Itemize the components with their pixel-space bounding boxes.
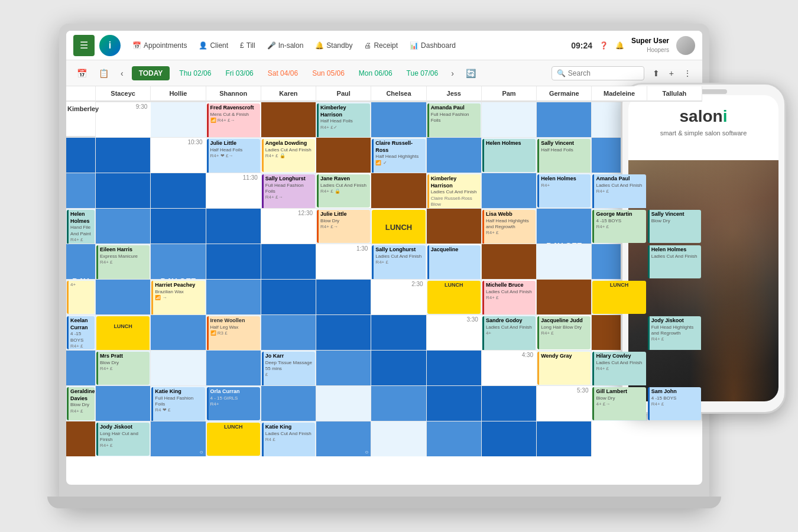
cell-hollie-930[interactable]: Fred Ravenscroft Mens Cut & Finish 📶 R4+… [206,102,261,137]
cell-paul-530[interactable]: ○ [151,421,206,456]
cell-hollie-1130[interactable]: Jane Raven Ladies Cut And Finish R4+ £ 🔒 [316,173,371,208]
cell-karen-130[interactable] [537,244,592,279]
cell-hollie-1230[interactable]: LUNCH [371,208,426,244]
cell-madeleine-530[interactable] [427,421,482,456]
appt-irene-woollen[interactable]: Irene Woollen Half Leg Wax 📶 R3 £ [207,316,260,350]
nav-till[interactable]: £ Till [240,41,255,50]
appt-julie-little[interactable]: Julie Little Half Head Foils R4+ ❤ £→ [207,139,260,173]
cell-pam-530[interactable]: ○ [316,421,371,456]
appt-sally-vincent-halfhead[interactable]: Sally Vincent Half Head Foils [537,139,591,173]
cell-shannon-930[interactable] [261,102,316,137]
cell-kimberley-430[interactable] [482,385,537,421]
cell-chelsea-430[interactable]: Katie King Full Head Fashion Foils R4 ❤ … [151,385,206,421]
cell-jess-530[interactable]: Katie King Ladies Cut And Finish R4 £ [261,421,316,456]
appt-amanda-paul-ladies[interactable]: Amanda Paul Ladies Cut And Finish R4+ £ [592,174,645,208]
appt-claire-russell-ross[interactable]: Claire Russell-Ross Half Head Highlights… [372,139,425,173]
appt-eileen-harris[interactable]: Eileen Harris Express Manicure R4+ £ [96,245,150,279]
date-sat[interactable]: Sat 04/06 [263,67,303,80]
appt-amanda-paul-fullhead[interactable]: Amanda Paul Full Head Fashion Foils [427,103,481,137]
appt-helen-holmes-1[interactable]: Helen Holmes [482,139,536,172]
cell-karen-330[interactable]: Jody Jiskoot Full Head Highlights and Re… [647,314,702,350]
cell-karen-1130[interactable]: Kimberley Harrison Ladies Cut And Finish… [427,173,482,208]
cell-jess-130[interactable]: 4+ [66,279,96,314]
today-button[interactable]: TODAY [132,66,170,80]
cell-staceyc-330[interactable]: Sandre Godoy Ladies Cut And Finish 4+ [482,314,537,350]
appt-mrs-pratt[interactable]: Mrs Pratt Blow Dry R4+ £ [96,352,150,385]
cell-kimberley-1130[interactable] [206,208,261,244]
cell-staceyc-1230[interactable]: Julie Little Blow Dry R4+ £→ [316,208,371,244]
cell-jess-430[interactable]: Orla Curran 4 - 15 GIRLS R4+ [206,385,261,421]
cell-pam-130[interactable] [96,279,151,314]
cell-hollie-430[interactable]: Hilary Cowley Ladies Cut And Finish R4+ … [592,350,647,385]
appt-jo-karr-massage[interactable]: Jo Karr Deep Tissue Massage 55 mins £ [262,352,315,385]
search-input[interactable] [568,69,639,77]
cell-chelsea-530[interactable]: LUNCH [206,421,261,456]
cell-madeleine-330[interactable] [316,350,371,385]
nav-standby[interactable]: 🔔 Standby [315,41,352,50]
cell-madeleine-430[interactable] [371,385,426,421]
appt-geraldine-davies[interactable]: Geraldine Davies Blow Dry R4+ £ [67,387,95,420]
cell-madeleine-130[interactable] [206,279,261,314]
cell-tallulah-330[interactable] [371,350,426,385]
cell-shannon-1130[interactable] [371,173,426,208]
cell-paul-930[interactable] [371,102,426,137]
appt-sally-longhurst-ladies[interactable]: Sally Longhurst Ladies Cut And Finish R4… [372,245,425,279]
today-circle-button[interactable]: 🔄 [462,66,479,80]
cell-karen-430[interactable]: Geraldine Davies Blow Dry R4+ £ [66,385,96,421]
cell-madeleine-1130[interactable] [96,208,151,244]
cell-hollie-330[interactable]: Jacqueline Judd Long Hair Blow Dry R4+ £ [537,314,592,350]
appt-julie-little-blowdry[interactable]: Julie Little Blow Dry R4+ £→ [317,210,370,243]
cell-chelsea-1230[interactable]: George Martin 4 -15 BOYS R4+ £ [592,208,647,244]
cell-tallulah-930[interactable] [66,137,96,173]
appt-sandre-godoy[interactable]: Sandre Godoy Ladies Cut And Finish 4+ [482,316,536,350]
cell-madeleine-1230[interactable]: DAY OFF [151,244,206,279]
cell-kimberley-530[interactable] [537,421,592,456]
cell-shannon-1230[interactable] [427,208,482,244]
cell-paul-1030[interactable] [427,137,482,173]
appt-sally-longhurst-fullhead[interactable]: Sally Longhurst Full Head Fashion Foils … [262,174,315,208]
cell-germaine-530[interactable] [371,421,426,456]
help-icon[interactable]: ❓ [599,41,608,50]
cell-kimberley-130[interactable] [316,279,371,314]
cell-karen-1230[interactable]: Lisa Webb Half Head Highlights and Regro… [482,208,537,244]
nav-dashboard[interactable]: 📊 Dashboard [410,41,456,50]
cell-pam-230[interactable] [151,314,206,350]
appt-hilary-cowley[interactable]: Hilary Cowley Ladies Cut And Finish R4+ … [592,352,645,385]
cell-germaine-330[interactable]: Jo Karr Deep Tissue Massage 55 mins £ [261,350,316,385]
appt-wendy-gray[interactable]: Wendy Gray [537,352,591,385]
cell-paul-1230[interactable]: DAY OFF [537,208,592,244]
cell-kimberley-1030[interactable] [151,173,206,208]
cell-jess-1230[interactable]: Sally Vincent Blow Dry [647,208,702,244]
cell-staceyc-430[interactable]: Wendy Gray [537,350,592,385]
cell-hollie-1030[interactable]: Angela Dowding Ladies Cut And Finish R4+… [261,137,316,173]
cell-germaine-130[interactable]: Harriet Peachey Brazilian Wax 📶 → [151,279,206,314]
cell-hollie-230[interactable]: Michelle Bruce Ladies Cut And Finish R4+… [482,279,537,314]
cell-kimberley-1230[interactable] [261,244,316,279]
cell-shannon-130[interactable]: HOLIDAY [482,244,537,279]
cell-madeleine-1030[interactable] [66,173,96,208]
appt-jody-jiskoot-fullhead[interactable]: Jody Jiskoot Full Head Highlights and Re… [648,316,701,350]
cell-jess-1130[interactable]: Amanda Paul Ladies Cut And Finish R4+ £ [592,173,647,208]
date-mon[interactable]: Mon 06/06 [354,67,397,80]
cell-kimberley-330[interactable] [427,350,482,385]
date-thu[interactable]: Thu 02/06 [174,67,216,80]
appt-gill-lambert[interactable]: Gill Lambert Blow Dry 4+ £→ [592,387,645,420]
share-button[interactable]: ⬆ [649,66,663,80]
cell-hollie-530[interactable]: Sam John 4 -15 BOYS R4+ £ [647,385,702,421]
cell-staceyc-1130[interactable]: Sally Longhurst Full Head Fashion Foils … [261,173,316,208]
notification-icon[interactable]: 🔔 [615,41,624,50]
appt-jacqueline-judd[interactable]: Jacqueline Judd Long Hair Blow Dry R4+ £ [537,316,591,349]
cell-pam-930[interactable] [537,102,592,137]
next-button[interactable]: › [447,66,458,80]
appt-orla-curran[interactable]: Orla Curran 4 - 15 GIRLS R4+ [207,387,260,420]
appt-angela-dowding[interactable]: Angela Dowding Ladies Cut And Finish R4+… [262,139,315,172]
cell-karen-230[interactable]: LUNCH [592,279,647,314]
cell-paul-1130[interactable] [482,173,537,208]
nav-insalon[interactable]: 🎤 In-salon [267,41,304,50]
cell-pam-1230[interactable]: DAY OFF [66,244,96,279]
cell-tallulah-230[interactable] [316,314,371,350]
cell-karen-530[interactable]: Jody Jiskoot Long Hair Cut and Finish R4… [96,421,151,456]
appt-kimberley-harrison[interactable]: Kimberley Harrison Half Head Foils R4+ £… [317,103,370,137]
cell-chelsea-130[interactable]: Helen Holmes Ladies Cut And Finish [647,244,702,279]
cell-staceyc-930[interactable] [151,102,206,137]
